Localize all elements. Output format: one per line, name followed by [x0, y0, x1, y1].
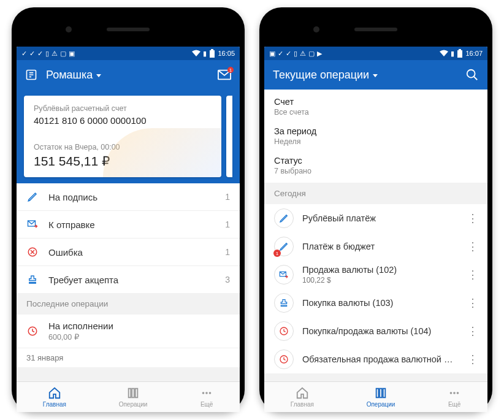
nav-home[interactable]: Главная [291, 386, 314, 408]
operation-item[interactable]: 1 Платёж в бюджет ⋮ [264, 232, 487, 261]
phone-bezel-top [17, 12, 240, 47]
nav-operations[interactable]: Операции [119, 386, 148, 408]
operation-name: Продажа валюты (102) [302, 265, 456, 275]
messages-button[interactable]: 1 [218, 69, 231, 80]
status-bar: ✓ ✓ ✓ ▯ ⚠ ▢ ▣ ▮ 16:05 [17, 47, 240, 60]
filter-value: 7 выбрано [274, 167, 478, 175]
row-accept[interactable]: Требует акцепта 3 [17, 266, 240, 293]
svg-rect-23 [376, 389, 379, 398]
nav-home-label: Главная [43, 401, 66, 408]
bottom-nav: Главная Операции Ещё [17, 381, 240, 412]
more-menu-button[interactable]: ⋮ [465, 265, 480, 284]
recent-op-row[interactable]: На исполнении 600,00 ₽ [17, 315, 240, 348]
svg-point-14 [205, 392, 208, 394]
svg-rect-24 [380, 389, 382, 398]
check-icon: ✓ [278, 50, 283, 58]
chevron-down-icon [96, 74, 101, 77]
filter-status[interactable]: Статус 7 выбрано [264, 151, 487, 180]
operation-name: Обязательная продажа валютной вы… [302, 354, 456, 364]
operation-item[interactable]: Покупка валюты (103) ⋮ [264, 289, 487, 317]
row-label: На подпись [48, 192, 215, 202]
account-type-label: Рублёвый расчетный счет [34, 104, 212, 113]
more-menu-button[interactable]: ⋮ [465, 237, 480, 256]
mail-send-icon [26, 218, 39, 231]
pen-icon [26, 191, 39, 203]
account-card[interactable]: Рублёвый расчетный счет 40121 810 6 0000… [24, 96, 221, 177]
device-icon: ▯ [45, 50, 49, 58]
status-icons-left: ✓ ✓ ✓ ▯ ⚠ ▢ ▣ [21, 50, 75, 58]
nav-more[interactable]: Ещё [448, 386, 461, 408]
filters-block: Счет Все счета За период Неделя Статус 7… [264, 90, 487, 183]
content-area: Счет Все счета За период Неделя Статус 7… [264, 90, 487, 381]
row-label: Ошибка [48, 247, 215, 258]
row-count: 3 [225, 275, 230, 284]
row-label: Требует акцепта [48, 275, 215, 285]
more-menu-button[interactable]: ⋮ [465, 294, 480, 312]
messages-badge: 1 [227, 67, 234, 73]
clock-icon [26, 325, 39, 337]
nav-home[interactable]: Главная [43, 386, 66, 408]
svg-rect-1 [210, 50, 215, 58]
filter-account[interactable]: Счет Все счета [264, 92, 487, 121]
check-icon: ✓ [29, 50, 35, 58]
next-card-peek[interactable] [226, 96, 232, 177]
more-menu-button[interactable]: ⋮ [465, 322, 480, 340]
row-sign[interactable]: На подпись 1 [17, 183, 240, 211]
wifi-icon [440, 50, 448, 57]
company-selector[interactable]: Ромашка [46, 69, 209, 82]
filter-period[interactable]: За период Неделя [264, 121, 487, 151]
operation-item[interactable]: Продажа валюты (102) 100,22 $ ⋮ [264, 261, 487, 289]
operation-amount: 100,22 $ [302, 276, 456, 284]
operations-list: Рублёвый платёж ⋮ 1 Платёж в бюджет ⋮ [264, 204, 487, 373]
company-icon[interactable] [25, 69, 37, 81]
nav-more-label: Ещё [448, 401, 460, 408]
svg-point-28 [457, 392, 459, 394]
status-bar: ▣ ✓ ✓ ▯ ⚠ ▢ ▶ ▮ 16:07 [264, 47, 487, 60]
app-bar: Ромашка 1 [17, 60, 240, 90]
filter-value: Все счета [274, 108, 478, 116]
svg-rect-12 [136, 389, 138, 398]
recent-op-amount: 600,00 ₽ [48, 332, 230, 342]
operation-item[interactable]: Обязательная продажа валютной вы… ⋮ [264, 345, 487, 373]
status-icons-left: ▣ ✓ ✓ ▯ ⚠ ▢ ▶ [269, 50, 322, 58]
mail-send-icon [274, 265, 294, 284]
nav-more-label: Ещё [200, 401, 213, 408]
battery-icon [457, 49, 463, 58]
svg-rect-16 [459, 49, 461, 50]
sim-icon: ▮ [451, 50, 454, 58]
pen-icon [274, 208, 294, 228]
view-selector[interactable]: Текущие операции [273, 69, 457, 82]
item-badge: 1 [273, 250, 281, 257]
status-list: На подпись 1 К отправке 1 Ошибка 1 [17, 183, 240, 293]
section-today: Сегодня [264, 183, 487, 204]
section-recent-ops: Последние операции [17, 293, 240, 315]
operation-name: Рублёвый платёж [302, 213, 456, 223]
operation-item[interactable]: Рублёвый платёж ⋮ [264, 204, 487, 232]
recent-op-title: На исполнении [48, 321, 230, 331]
phone-speaker [107, 28, 150, 31]
battery-icon [209, 49, 215, 58]
check-icon: ✓ [21, 50, 27, 58]
phone-camera [66, 26, 72, 32]
screen-left: ✓ ✓ ✓ ▯ ⚠ ▢ ▣ ▮ 16:05 [17, 47, 240, 412]
warning-icon: ⚠ [300, 50, 306, 58]
nav-operations[interactable]: Операции [367, 386, 395, 408]
search-button[interactable] [465, 68, 479, 82]
clock-icon [274, 321, 294, 341]
operation-item[interactable]: Покупка/продажа валюты (104) ⋮ [264, 317, 487, 345]
accounts-carousel[interactable]: Рублёвый расчетный счет 40121 810 6 0000… [17, 90, 240, 183]
clipboard-icon: ▢ [60, 50, 66, 58]
more-menu-button[interactable]: ⋮ [465, 209, 480, 227]
operation-name: Покупка/продажа валюты (104) [302, 326, 456, 336]
svg-point-26 [450, 392, 452, 394]
operation-name: Платёж в бюджет [302, 242, 456, 251]
row-send[interactable]: К отправке 1 [17, 211, 240, 239]
nav-more[interactable]: Ещё [200, 386, 213, 408]
pen-icon: 1 [274, 237, 294, 256]
filter-label: Статус [274, 156, 478, 166]
app-bar: Текущие операции [264, 60, 487, 90]
row-error[interactable]: Ошибка 1 [17, 239, 240, 266]
row-count: 1 [225, 247, 230, 257]
more-menu-button[interactable]: ⋮ [465, 350, 480, 368]
briefcase-icon: ▣ [69, 50, 75, 58]
